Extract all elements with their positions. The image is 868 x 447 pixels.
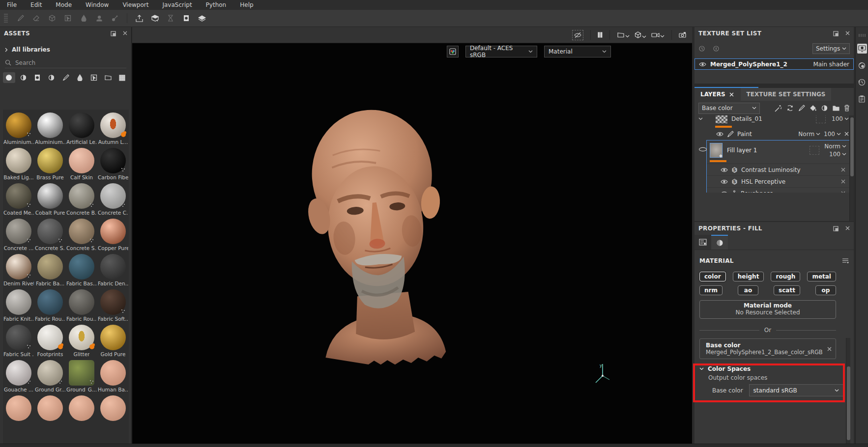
effect-row-hsl-perceptive[interactable]: SHSL Perceptive <box>707 175 850 187</box>
tab-material-properties[interactable] <box>711 235 728 250</box>
shader-settings-icon[interactable] <box>857 60 867 70</box>
asset-thumbnail[interactable] <box>100 395 126 421</box>
asset-thumbnail[interactable] <box>6 325 31 350</box>
asset-thumbnail[interactable] <box>100 112 126 138</box>
asset-thumbnail[interactable] <box>6 395 31 421</box>
solo-icon[interactable] <box>713 46 720 52</box>
asset-thumbnail[interactable] <box>69 148 94 173</box>
visibility-pill-icon[interactable] <box>698 147 707 152</box>
assets-tree-root[interactable]: All libraries <box>0 44 131 56</box>
asset-thumbnail[interactable] <box>69 360 94 386</box>
asset-thumbnail[interactable] <box>69 112 94 138</box>
asset-item[interactable] <box>34 395 66 431</box>
asset-thumbnail[interactable] <box>100 254 126 279</box>
asset-thumbnail[interactable] <box>6 112 31 138</box>
asset-thumbnail[interactable] <box>37 219 63 244</box>
grid-view-icon[interactable] <box>116 72 128 83</box>
channel-filter-dropdown[interactable]: Base color <box>698 103 760 114</box>
hourglass-icon[interactable] <box>164 13 177 24</box>
asset-item[interactable]: Gouache ... <box>3 360 34 395</box>
mask-thumbnail[interactable] <box>810 146 819 155</box>
asset-thumbnail[interactable] <box>100 219 126 244</box>
chevron-down-icon[interactable] <box>698 117 703 120</box>
close-icon[interactable] <box>123 31 127 36</box>
asset-item[interactable] <box>97 395 129 431</box>
sync-visibility-icon[interactable] <box>698 46 706 52</box>
asset-thumbnail[interactable] <box>100 148 126 173</box>
asset-item[interactable]: Ground Gr... <box>34 360 66 395</box>
base-color-resource[interactable]: Base color Merged_PolySphere1_2_Base_col… <box>699 338 836 359</box>
polygon-fill-tool-icon[interactable] <box>61 13 74 24</box>
mask-icon[interactable] <box>180 13 193 24</box>
asset-thumbnail[interactable] <box>6 183 31 209</box>
fill-layer-icon[interactable] <box>810 105 816 112</box>
asset-item[interactable]: Gold Pure <box>97 325 129 360</box>
asset-item[interactable]: Copper Pure <box>97 219 129 254</box>
eye-icon[interactable] <box>721 179 728 184</box>
channel-button-height[interactable]: height <box>733 272 764 281</box>
display-settings-button[interactable] <box>447 46 459 57</box>
display-settings-icon[interactable] <box>857 44 867 54</box>
search-input[interactable]: Search <box>5 57 126 68</box>
textures-filter-icon[interactable] <box>102 72 114 83</box>
effect-row-roughness[interactable]: Roughness <box>707 187 850 193</box>
asset-thumbnail[interactable] <box>6 219 31 244</box>
opacity-value[interactable]: 100 <box>832 115 849 122</box>
channel-button-scatt[interactable]: scatt <box>774 285 800 295</box>
asset-item[interactable]: Carbon Fiber <box>97 148 129 183</box>
settings-dropdown[interactable]: Settings <box>812 43 850 54</box>
channel-button-nrm[interactable]: nrm <box>699 285 723 295</box>
material-mode-box[interactable]: Material mode No Resource Selected <box>699 300 836 319</box>
material-picker-tool-icon[interactable] <box>109 13 121 24</box>
history-icon[interactable] <box>857 77 867 87</box>
asset-thumbnail[interactable] <box>37 289 63 315</box>
asset-thumbnail[interactable] <box>69 395 94 421</box>
add-effect-icon[interactable] <box>775 105 782 112</box>
undock-icon[interactable] <box>111 31 116 36</box>
paint-tool-icon[interactable] <box>14 13 27 24</box>
asset-item[interactable]: Human Ba... <box>97 360 129 395</box>
paint-layer-icon[interactable] <box>798 105 805 112</box>
asset-thumbnail[interactable] <box>6 289 31 315</box>
layer-row-paint[interactable]: Paint Norm 100 <box>694 128 854 140</box>
folder-icon[interactable] <box>833 105 839 111</box>
toolbar-grip[interactable] <box>4 14 8 23</box>
asset-thumbnail[interactable] <box>37 148 63 173</box>
log-icon[interactable] <box>857 94 867 104</box>
channel-button-op[interactable]: op <box>815 285 836 295</box>
asset-thumbnail[interactable] <box>37 395 63 421</box>
menu-python[interactable]: Python <box>199 0 233 10</box>
smart-materials-filter-icon[interactable] <box>17 72 29 83</box>
asset-thumbnail[interactable] <box>6 360 31 386</box>
effect-row-contrast-luminosity[interactable]: SContrast Luminosity <box>707 164 850 175</box>
asset-thumbnail[interactable] <box>69 219 94 244</box>
hide-ui-icon[interactable] <box>572 30 583 40</box>
asset-thumbnail[interactable] <box>37 325 63 350</box>
asset-thumbnail[interactable] <box>37 183 63 209</box>
menu-edit[interactable]: Edit <box>24 0 49 10</box>
asset-item[interactable]: Calf Skin <box>66 148 97 183</box>
asset-item[interactable]: Glitter <box>66 325 97 360</box>
remove-icon[interactable] <box>844 132 849 136</box>
asset-thumbnail[interactable] <box>69 183 94 209</box>
projection-tool-icon[interactable] <box>46 13 58 24</box>
asset-item[interactable]: Concrete S... <box>34 219 66 254</box>
opacity-value[interactable]: 100 <box>824 131 841 138</box>
materials-filter-icon[interactable] <box>3 72 15 83</box>
asset-item[interactable]: Fabric Rou... <box>34 289 66 325</box>
blend-mode[interactable]: Norm <box>798 131 820 138</box>
layer-thumbnail[interactable] <box>710 143 723 158</box>
tab-layer-properties[interactable] <box>694 235 711 250</box>
menu-help[interactable]: Help <box>233 0 260 10</box>
properties-scrollbar[interactable] <box>847 366 850 440</box>
asset-item[interactable]: Concrete C... <box>97 183 129 219</box>
geometry-icon[interactable] <box>196 13 208 24</box>
asset-item[interactable]: Aluminium... <box>3 112 34 148</box>
asset-item[interactable]: Baked Lig... <box>3 148 34 183</box>
opacity-value[interactable]: 100 <box>829 151 846 158</box>
asset-thumbnail[interactable] <box>69 254 94 279</box>
delete-layer-icon[interactable] <box>844 105 850 112</box>
asset-item[interactable]: Fabric Den... <box>97 254 129 289</box>
view-2d-icon[interactable] <box>617 32 630 38</box>
strip-grip[interactable] <box>859 34 866 37</box>
